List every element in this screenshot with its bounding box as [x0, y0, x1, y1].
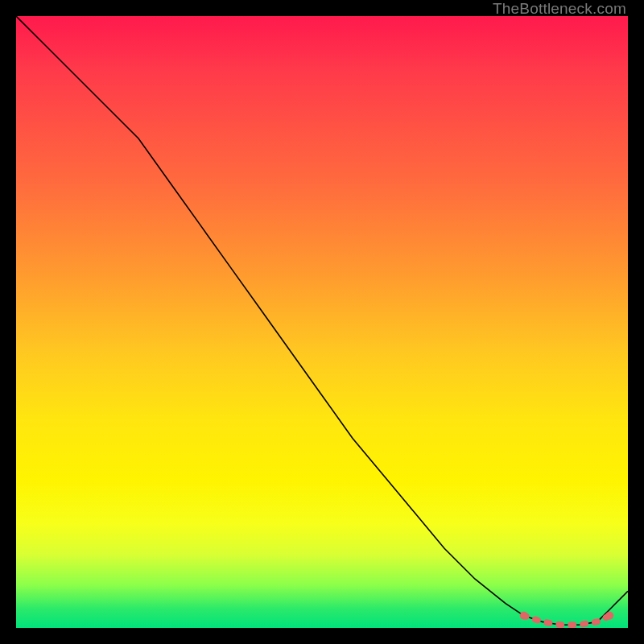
plot-svg	[16, 16, 628, 628]
plot-area	[16, 16, 628, 628]
highlight-dotted	[520, 612, 613, 625]
chart-frame: TheBottleneck.com	[0, 0, 644, 644]
svg-point-0	[520, 612, 528, 620]
curve-line	[16, 16, 628, 625]
svg-point-1	[605, 612, 613, 620]
watermark-text: TheBottleneck.com	[493, 0, 626, 18]
